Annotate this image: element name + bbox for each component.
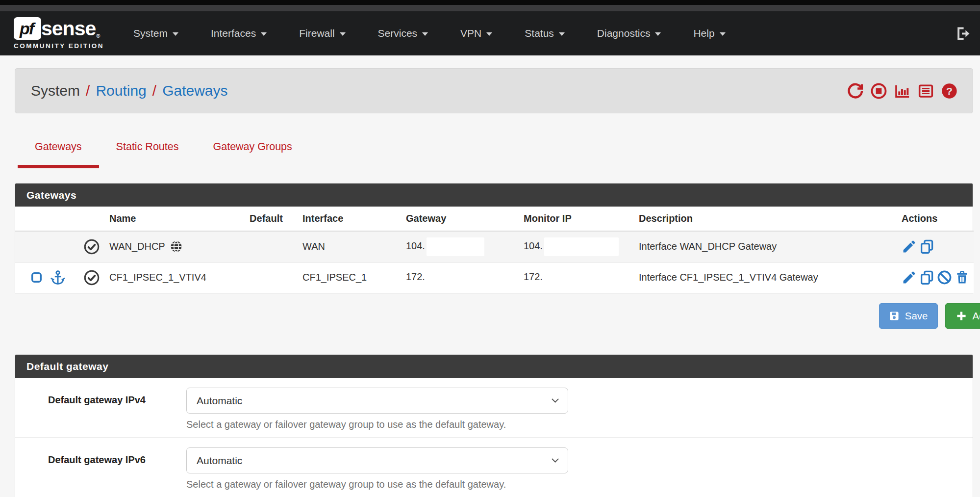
caret-down-icon	[559, 32, 565, 36]
header-gateway: Gateway	[396, 207, 519, 231]
nav-item-label: Services	[378, 27, 418, 39]
field-row-ipv6: Default gateway IPv6 Automatic Select a …	[15, 437, 973, 497]
gateway-name: WAN_DHCP	[109, 241, 165, 252]
pfsense-logo[interactable]: pf sense ® COMMUNITY EDITION	[14, 17, 104, 50]
default-gateway-ipv4-label: Default gateway IPv4	[15, 388, 186, 430]
plus-icon	[955, 310, 967, 322]
default-gateway-ipv6-select[interactable]: Automatic	[186, 447, 568, 473]
nav-item-status[interactable]: Status	[525, 27, 565, 39]
nav-item-label: Help	[693, 27, 714, 39]
brand-sense-label: sense	[41, 19, 96, 39]
default-gateway-ipv6-help: Select a gateway or failover gateway gro…	[186, 479, 973, 490]
globe-icon	[170, 240, 183, 253]
refresh-icon[interactable]	[847, 82, 864, 100]
copy-icon[interactable]	[919, 239, 934, 254]
nav-menu: System Interfaces Firewall Services VPN …	[133, 27, 758, 39]
log-icon[interactable]	[917, 82, 934, 100]
tab-static-routes[interactable]: Static Routes	[99, 130, 196, 168]
ban-icon[interactable]	[937, 270, 952, 285]
cell-gateway: 172.	[396, 262, 519, 293]
nav-item-label: Interfaces	[211, 27, 256, 39]
svg-text:?: ?	[946, 85, 953, 97]
copy-icon[interactable]	[919, 270, 934, 285]
header-name: Name	[109, 207, 242, 231]
nav-item-diagnostics[interactable]: Diagnostics	[597, 27, 661, 39]
breadcrumb-actions: ?	[847, 82, 958, 100]
nav-item-label: Firewall	[299, 27, 334, 39]
check-circle-icon	[83, 238, 100, 255]
breadcrumb-separator: /	[86, 82, 90, 99]
cell-monitor-ip: 172.	[519, 262, 631, 293]
registered-mark: ®	[96, 33, 100, 39]
stop-circle-icon[interactable]	[870, 82, 887, 100]
cell-default	[242, 262, 291, 293]
edit-icon[interactable]	[902, 270, 917, 285]
nav-item-label: Diagnostics	[597, 27, 651, 39]
nav-item-services[interactable]: Services	[378, 27, 428, 39]
cell-controls	[15, 262, 74, 293]
cell-description: Interface CF1_IPSEC_1_VTIV4 Gateway	[631, 262, 899, 293]
gateway-ip: 172.	[406, 271, 425, 282]
add-button[interactable]: Add	[945, 303, 980, 329]
window-title-strip	[0, 5, 980, 11]
check-circle-icon	[83, 269, 100, 286]
cell-gateway: 104.	[396, 231, 519, 262]
caret-down-icon	[261, 32, 267, 36]
breadcrumb-section: System	[31, 82, 80, 99]
gateway-row-cf1-ipsec: CF1_IPSEC_1_VTIV4 CF1_IPSEC_1 172. 172. …	[15, 262, 974, 293]
table-header-row: Name Default Interface Gateway Monitor I…	[15, 207, 974, 231]
cell-controls	[15, 231, 74, 262]
breadcrumb: System / Routing / Gateways	[31, 82, 228, 99]
nav-item-vpn[interactable]: VPN	[460, 27, 492, 39]
community-edition-label: COMMUNITY EDITION	[14, 42, 104, 50]
breadcrumb-link-routing[interactable]: Routing	[96, 82, 146, 99]
add-button-label: Add	[973, 310, 980, 322]
cell-name: CF1_IPSEC_1_VTIV4	[109, 262, 242, 293]
gateways-panel-title: Gateways	[15, 183, 973, 207]
chart-bar-icon[interactable]	[894, 82, 911, 100]
gateways-table: Name Default Interface Gateway Monitor I…	[15, 207, 974, 293]
breadcrumb-separator: /	[152, 82, 156, 99]
header-actions: Actions	[899, 207, 974, 231]
pf-logo-box: pf	[14, 17, 41, 40]
redaction-box	[427, 268, 484, 287]
header-interface: Interface	[291, 207, 396, 231]
cell-actions	[899, 231, 974, 262]
cell-default	[242, 231, 291, 262]
cell-interface: WAN	[291, 231, 396, 262]
gateway-ip: 104.	[406, 240, 425, 251]
save-icon	[889, 311, 900, 321]
breadcrumb-link-gateways[interactable]: Gateways	[162, 82, 227, 99]
default-gateway-ipv4-select[interactable]: Automatic	[186, 388, 568, 414]
nav-item-firewall[interactable]: Firewall	[299, 27, 345, 39]
nav-item-label: System	[133, 27, 168, 39]
nav-item-label: VPN	[460, 27, 481, 39]
tab-gateway-groups[interactable]: Gateway Groups	[196, 130, 309, 168]
redaction-box	[544, 268, 619, 287]
routing-tabs: Gateways Static Routes Gateway Groups	[18, 130, 980, 168]
header-description: Description	[631, 207, 899, 231]
caret-down-icon	[422, 32, 428, 36]
tab-gateways[interactable]: Gateways	[18, 130, 99, 168]
nav-item-help[interactable]: Help	[693, 27, 725, 39]
trash-icon[interactable]	[955, 270, 970, 285]
help-icon[interactable]: ?	[941, 82, 958, 100]
nav-item-interfaces[interactable]: Interfaces	[211, 27, 267, 39]
default-gateway-panel: Default gateway Default gateway IPv4 Aut…	[15, 354, 973, 497]
monitor-ip: 172.	[524, 271, 543, 282]
anchor-icon[interactable]	[50, 269, 66, 286]
caret-down-icon	[486, 32, 492, 36]
edit-icon[interactable]	[902, 239, 917, 254]
window-top-strip	[0, 0, 980, 5]
nav-item-system[interactable]: System	[133, 27, 178, 39]
gateway-row-wan-dhcp: WAN_DHCP WAN 104. 104. Interface WAN_DHC…	[15, 231, 974, 262]
header-monitor-ip: Monitor IP	[519, 207, 631, 231]
gateway-name: CF1_IPSEC_1_VTIV4	[109, 272, 206, 283]
sign-out-icon[interactable]	[955, 26, 971, 42]
field-row-ipv4: Default gateway IPv4 Automatic Select a …	[15, 378, 973, 437]
save-button[interactable]: Save	[879, 303, 938, 329]
breadcrumb-bar: System / Routing / Gateways	[15, 68, 973, 113]
cell-interface: CF1_IPSEC_1	[291, 262, 396, 293]
caret-down-icon	[173, 32, 178, 36]
select-box-icon[interactable]	[30, 271, 43, 284]
